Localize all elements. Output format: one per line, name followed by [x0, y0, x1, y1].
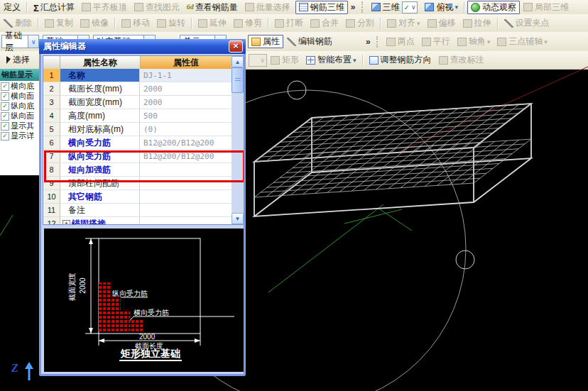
separator	[497, 18, 499, 29]
checkbox-checked-icon[interactable]: ✓	[1, 102, 9, 111]
dynamic-observe-toggle[interactable]: 动态观察	[467, 1, 520, 14]
checkbox-checked-icon[interactable]: ✓	[1, 132, 9, 141]
merge-icon	[310, 19, 320, 28]
combo-arrow-icon[interactable]: ∨	[28, 35, 38, 48]
three-point-aux-button: 三点辅轴▾	[494, 32, 551, 51]
checkbox-label: 纵向面	[11, 111, 34, 121]
table-row[interactable]: 2截面长度(mm)2000	[43, 82, 233, 96]
adjust-rebar-direction-button[interactable]: 调整钢筋方向	[366, 51, 435, 69]
section-width-label: 截面宽度	[67, 272, 77, 301]
rotate-icon	[157, 19, 166, 28]
table-scrollbar[interactable]: ▲ ▼	[232, 56, 244, 224]
checkbox-row[interactable]: ✓纵向面	[1, 111, 39, 121]
rebar-3d-toggle[interactable]: 钢筋三维	[295, 1, 348, 14]
edit-annotation-button: 查改标注	[435, 51, 488, 69]
separator	[464, 1, 465, 13]
checkbox-row[interactable]: ✓显示其	[1, 121, 39, 131]
separator	[26, 1, 28, 13]
checkbox-label: 纵向底	[11, 101, 34, 111]
rebar-3d-icon	[299, 3, 308, 11]
copy-icon	[45, 19, 54, 28]
separator	[191, 18, 192, 29]
orbit-icon	[471, 3, 480, 12]
toolbar-overflow-chevron[interactable]: »	[363, 32, 374, 51]
table-row[interactable]: 10其它钢筋	[43, 190, 233, 204]
dialog-titlebar[interactable]: 属性编辑器 ×	[39, 39, 246, 54]
parallel-icon	[422, 38, 431, 46]
define-button[interactable]: 定义	[0, 0, 24, 14]
separator	[362, 55, 364, 66]
separator	[268, 18, 269, 29]
smart-layout-button[interactable]: 智能布置▾	[303, 51, 360, 69]
view-3d-check-combo[interactable]: ✓∨	[402, 1, 418, 13]
chevron-down-icon: ∨	[411, 4, 416, 11]
header-property-value: 属性值	[141, 56, 232, 69]
view-3d-button[interactable]: 三维 ✓∨	[368, 0, 422, 14]
scroll-up-icon[interactable]: ▲	[232, 56, 244, 67]
close-icon[interactable]: ×	[229, 40, 243, 53]
rectangle-button: 矩形	[267, 51, 303, 69]
checkbox-label: 横向面	[11, 92, 34, 101]
checkbox-row[interactable]: ✓显示详	[1, 131, 39, 141]
parallel-button: 平行	[418, 32, 454, 51]
diagram-caption: 矩形独立基础	[80, 348, 222, 360]
table-row[interactable]: 12+锚固搭接	[43, 217, 233, 225]
chevron-down-icon: ▾	[487, 38, 491, 45]
axis-angle-icon	[457, 38, 467, 46]
align-icon	[387, 19, 396, 28]
checkbox-row[interactable]: ✓横向面	[1, 92, 39, 101]
foundation-preview-diagram: 截面宽度 2000 纵向受力筋 横向受力筋 2000 截面长度 矩形独立基础	[44, 228, 244, 372]
checkbox-checked-icon[interactable]: ✓	[1, 122, 9, 131]
three-point-aux-icon	[497, 38, 506, 46]
batch-select-button: 批量选择	[241, 0, 294, 14]
checkbox-label: 显示其	[11, 121, 34, 131]
checkbox-checked-icon[interactable]: ✓	[1, 92, 9, 101]
table-row[interactable]: 4高度(mm)500	[43, 109, 233, 123]
two-points-button: 两点	[383, 32, 418, 51]
table-row[interactable]: 3截面宽度(mm)2000	[43, 96, 233, 109]
edit-rebar-button[interactable]: 编辑钢筋	[283, 32, 336, 51]
checkbox-row[interactable]: ✓纵向底	[1, 101, 39, 111]
set-grips-button: 设置夹点	[501, 14, 553, 32]
table-row[interactable]: 1名称DJ-1-1	[43, 69, 233, 82]
binoculars-icon	[134, 3, 143, 11]
table-row[interactable]: 6横向受力筋B12@200/B12@200	[43, 136, 233, 150]
sum-calc-button[interactable]: Σ汇总计算	[30, 0, 78, 14]
chevron-down-icon: ▾	[417, 20, 420, 27]
rebar-hatch-block	[131, 319, 143, 331]
properties-icon	[251, 38, 261, 46]
checkbox-checked-icon[interactable]: ✓	[1, 82, 9, 91]
move-button: 移动	[118, 14, 153, 32]
scroll-down-icon[interactable]: ▼	[232, 213, 244, 224]
rebar-qty-icon: 6d	[187, 3, 194, 11]
rotate-button: 旋转	[153, 14, 189, 32]
floor-combo[interactable]: 基础层∨	[1, 35, 39, 48]
scrollbar-thumb[interactable]	[232, 67, 244, 93]
checkbox-row[interactable]: ✓横向底	[1, 82, 39, 91]
transverse-rebar-label: 横向受力筋	[134, 308, 169, 318]
find-element-button: 查找图元	[131, 0, 183, 14]
align-button: 对齐▾	[383, 14, 424, 32]
toolbar-grip	[376, 36, 380, 48]
app-window: 定义 Σ汇总计算 平齐板顶 查找图元 6d查看钢筋量 批量选择 钢筋三维 » 三…	[0, 0, 588, 391]
select-button[interactable]: 选择	[3, 51, 33, 69]
properties-table: 属性名称 属性值 1名称DJ-1-1 2截面长度(mm)2000 3截面宽度(m…	[43, 55, 244, 225]
toolbar-edit: 删除 复制 镜像 移动 旋转 延伸 修剪 打断 合并 分割 对齐▾ 偏移 拉伸 …	[0, 14, 588, 33]
table-row[interactable]: 5相对底标高(m)(0)	[43, 123, 233, 136]
properties-editor-dialog: 属性编辑器 × 属性名称 属性值 1名称DJ-1-1 2截面长度(mm)2000…	[39, 39, 246, 376]
header-corner	[43, 56, 60, 69]
checkbox-label: 显示详	[11, 131, 34, 141]
table-row[interactable]: 11备注	[43, 204, 233, 217]
expand-plus-icon[interactable]: +	[62, 220, 70, 226]
separator	[114, 18, 116, 29]
top-view-button[interactable]: 俯视▾	[421, 0, 462, 14]
z-axis-indicator: Z	[11, 360, 37, 382]
properties-toggle[interactable]: 属性	[248, 35, 283, 48]
view-rebar-qty-button[interactable]: 6d查看钢筋量	[183, 0, 241, 14]
toolbar-grip	[361, 1, 365, 13]
checkbox-checked-icon[interactable]: ✓	[1, 112, 9, 121]
cube-top-icon	[425, 3, 434, 11]
toolbar-overflow-chevron[interactable]: »	[348, 0, 359, 14]
move-icon	[121, 19, 131, 28]
trim-icon	[234, 19, 243, 28]
